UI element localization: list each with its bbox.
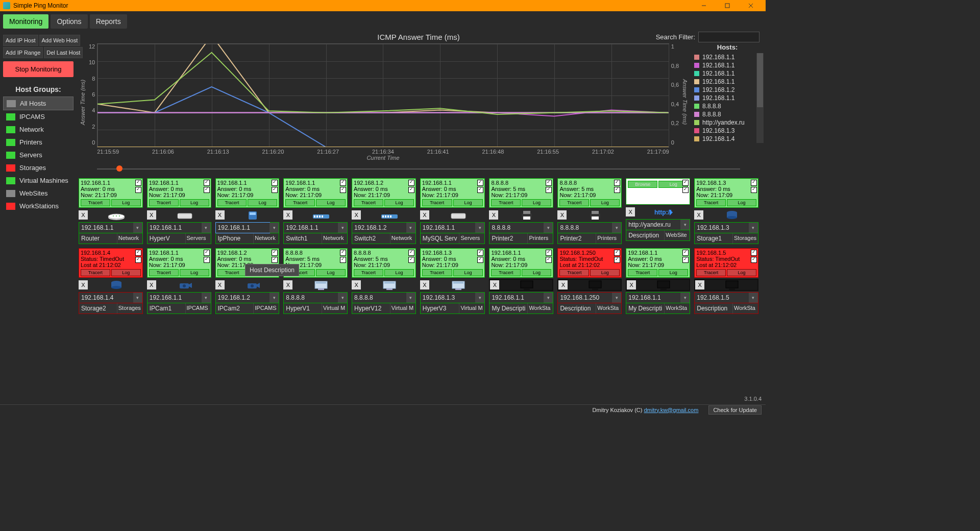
group-item-workstations[interactable]: WorkStations [3,200,74,212]
log-button[interactable]: Log [384,269,414,276]
maximize-button[interactable] [716,0,739,11]
host-group[interactable]: WorkSta [596,303,621,313]
legend-item[interactable]: 192.168.1.2 [694,86,761,94]
host-ip-dropdown[interactable] [338,293,347,303]
host-description[interactable]: Switch1 [284,233,322,244]
host-description[interactable]: Printer2 [489,233,527,244]
host-check-1[interactable] [204,250,210,256]
host-description[interactable]: MySQL Serv [421,233,459,244]
log-button[interactable]: Log [248,199,277,206]
host-group[interactable]: IPCAMS [253,303,279,313]
legend-item[interactable]: 192.168.1.1 [694,78,761,86]
minimize-button[interactable] [692,0,716,11]
host-check-2[interactable] [546,257,552,263]
tracert-button[interactable]: Tracert [149,269,179,276]
group-item-storages[interactable]: Storages [3,161,74,174]
close-button[interactable] [739,0,763,11]
log-button[interactable]: Log [180,199,209,206]
host-check-1[interactable] [340,180,346,186]
host-check-2[interactable] [682,257,689,263]
host-ip-dropdown[interactable] [202,223,211,233]
zoom-slider[interactable] [97,165,740,172]
host-check-1[interactable] [546,250,552,256]
host-check-1[interactable] [340,250,346,256]
host-check-1[interactable] [272,180,278,186]
host-check-2[interactable] [408,187,414,193]
host-check-2[interactable] [546,187,552,193]
host-ip-dropdown[interactable] [749,223,758,233]
host-ip-input[interactable]: 192.168.1.4 [79,293,133,303]
host-remove-button[interactable]: X [283,280,292,289]
host-ip-input[interactable]: 192.168.1.250 [558,293,612,303]
host-remove-button[interactable]: X [557,210,567,220]
host-ip-dropdown[interactable] [612,293,621,303]
host-group[interactable]: WorkSta [527,303,553,313]
host-ip-input[interactable]: 192.168.1.1 [626,293,680,303]
host-remove-button[interactable]: X [147,210,156,220]
host-check-1[interactable] [682,250,689,256]
host-check-2[interactable] [682,187,689,193]
tracert-button[interactable]: Tracert [422,199,452,206]
host-ip-dropdown[interactable] [202,293,211,303]
host-group[interactable]: Storages [732,233,758,244]
host-check-2[interactable] [204,257,210,263]
host-description[interactable]: IpPhone [216,233,254,244]
host-ip-input[interactable]: 192.168.1.2 [216,293,270,303]
tracert-button[interactable]: Tracert [149,199,179,206]
host-check-2[interactable] [135,257,141,263]
host-ip-dropdown[interactable] [133,223,142,233]
host-ip-input[interactable]: http://yandex.ru [626,220,680,230]
host-ip-dropdown[interactable] [680,293,690,303]
group-item-printers[interactable]: Printers [3,136,74,149]
host-check-2[interactable] [477,257,483,263]
host-remove-button[interactable]: X [283,210,292,220]
log-button[interactable]: Log [522,269,551,276]
group-item-network[interactable]: Network [3,123,74,136]
tracert-button[interactable]: Tracert [696,199,726,206]
tracert-button[interactable]: Tracert [217,199,247,206]
host-group[interactable]: Virtual M [322,303,347,313]
host-ip-dropdown[interactable] [133,293,142,303]
host-check-1[interactable] [135,180,141,186]
host-ip-input[interactable]: 192.168.1.1 [284,223,338,233]
host-ip-dropdown[interactable] [544,223,553,233]
check-update-button[interactable]: Check for Update [708,405,762,415]
legend-item[interactable]: 8.8.8.8 [694,102,761,110]
host-ip-input[interactable]: 192.168.1.1 [421,223,476,233]
host-description[interactable]: My Descripti [626,303,664,313]
log-button[interactable]: Log [590,269,620,276]
host-check-2[interactable] [272,257,278,263]
host-remove-button[interactable]: X [352,210,361,220]
host-ip-input[interactable]: 192.168.1.1 [148,293,202,303]
host-check-2[interactable] [204,187,210,193]
log-button[interactable]: Log [727,199,756,206]
log-button[interactable]: Log [384,199,414,206]
host-ip-dropdown[interactable] [544,293,553,303]
host-remove-button[interactable]: X [490,280,499,289]
host-check-1[interactable] [477,180,483,186]
host-check-2[interactable] [408,257,414,263]
log-button[interactable]: Log [453,199,483,206]
host-ip-dropdown[interactable] [270,293,279,303]
log-button[interactable]: Log [453,269,483,276]
tracert-button[interactable]: Tracert [81,199,110,206]
browse-button[interactable]: Browse [628,181,657,188]
host-ip-input[interactable]: 192.168.1.3 [695,223,749,233]
log-button[interactable]: Log [658,269,688,276]
host-description[interactable]: IPCam1 [148,303,185,313]
host-group[interactable]: Network [322,233,347,244]
host-group[interactable]: Network [117,233,142,244]
group-item-all-hosts[interactable]: All Hosts [3,96,74,110]
host-remove-button[interactable]: X [626,207,635,216]
host-check-2[interactable] [272,187,278,193]
log-button[interactable]: Log [316,199,346,206]
host-description[interactable]: Storage2 [79,303,117,313]
host-check-1[interactable] [204,180,210,186]
host-group[interactable]: Printers [596,233,621,244]
tab-reports[interactable]: Reports [90,14,127,29]
legend-scrollbar[interactable] [756,53,764,143]
host-group[interactable]: Storages [117,303,142,313]
host-remove-button[interactable]: X [147,280,156,289]
tab-monitoring[interactable]: Monitoring [3,14,48,29]
host-check-1[interactable] [614,250,620,256]
